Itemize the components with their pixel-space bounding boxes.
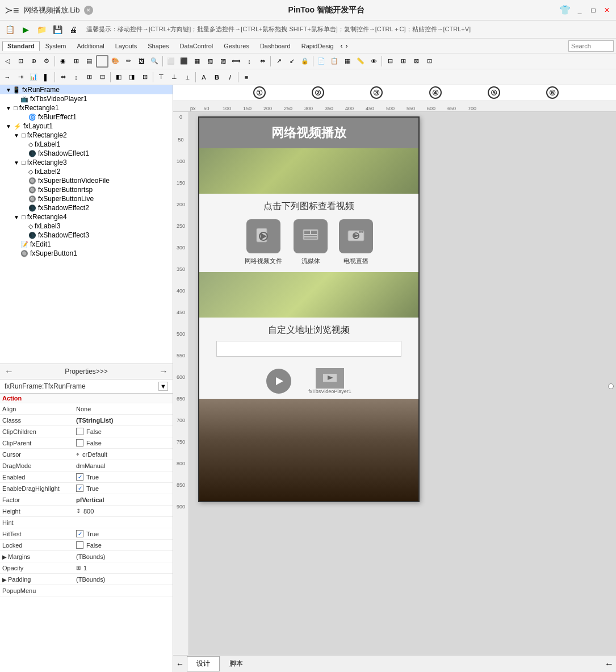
phone-url-input[interactable] [216,341,401,357]
icon2-anchor-btn[interactable]: ⊞ [83,71,95,84]
tree-item-fxRectangle2[interactable]: ▼ □ fxRectangle2 [0,131,173,140]
nav-back-btn[interactable]: ← [5,366,14,377]
prop-value-align[interactable]: None [76,406,170,412]
prop-value-classs[interactable]: (TStringList) [76,417,170,424]
icon-cursor-btn[interactable]: ⊕ [27,55,40,68]
tree-item-fxEdit1[interactable]: 📝 fxEdit1 [0,240,173,249]
prop-value-hittest[interactable]: True [76,530,170,537]
tab-gestures[interactable]: Gestures [219,41,254,51]
prop-value-opacity[interactable]: ⊞1 [76,565,170,571]
prop-value-padding[interactable]: (TBounds) [76,576,170,583]
expand-margins[interactable]: ▶ [2,554,7,560]
checkbox-clipchildren[interactable] [76,428,83,435]
tab-datacontrol[interactable]: DataControl [175,41,219,51]
icon-toggle-btn[interactable]: ◉ [57,55,69,68]
tree-item-fxRectangle4[interactable]: ▼ □ fxRectangle4 [0,212,173,222]
checkbox-enabledraghighlight[interactable] [76,485,83,492]
prop-value-enabled[interactable]: True [76,473,170,481]
tab-layouts[interactable]: Layouts [110,41,143,51]
tree-item-fxShadowEffect2[interactable]: 🌑 fxShadowEffect2 [0,203,173,212]
bottom-tab-design[interactable]: 设计 [187,656,220,671]
prop-value-height[interactable]: ⇕800 [76,508,170,515]
tree-item-fxSuperButtonrtsp[interactable]: 🔘 fxSuperButtonrtsp [0,185,173,194]
expand-icon-fxRectangle2[interactable]: ▼ [12,132,20,139]
icon2-vmid-btn[interactable]: ⊥ [168,71,181,84]
prop-value-cursor[interactable]: ⌖crDefault [76,451,170,458]
icon-show-btn[interactable]: 👁 [367,55,380,68]
icon-align-t-btn[interactable]: ▧ [204,55,216,68]
icon2-italic-btn[interactable]: I [224,71,236,84]
tree-item-fxRectangle3[interactable]: ▼ □ fxRectangle3 [0,158,173,167]
icon-tbl2-btn[interactable]: ⊞ [397,55,409,68]
tree-item-fxShadowEffect1[interactable]: 🌑 fxShadowEffect1 [0,149,173,158]
prop-value-enabledraghighlight[interactable]: True [76,485,170,492]
right-handle-dot[interactable] [608,383,614,389]
bottom-tab-script[interactable]: 脚本 [220,656,253,671]
icon-dist-h-btn[interactable]: ⇔ [256,55,269,68]
icon2-size1-btn[interactable]: ⇔ [57,71,69,84]
tab-additional[interactable]: Additional [72,41,109,51]
bottom-nav-back-btn[interactable]: ← [173,657,187,671]
icon-arrow-btn[interactable]: ◁ [1,55,14,68]
tree-item-fxLabel1[interactable]: ◇ fxLabel1 [0,140,173,149]
icon2-top-btn[interactable]: ⊤ [155,71,167,84]
tree-item-fxLayout1[interactable]: ▼ ⚡ fxLayout1 [0,122,173,131]
icon-copy-view-btn[interactable]: 📄 [315,55,328,68]
icon-vert-btn[interactable]: ↕ [243,55,255,68]
toolbar-run-btn[interactable]: ▶ [18,22,33,37]
checkbox-locked[interactable] [76,541,83,549]
component-dropdown[interactable]: ▼ [158,382,168,391]
expand-icon-fxRunFrame[interactable]: ▼ [5,87,12,93]
tab-dashboard[interactable]: Dashboard [255,41,296,51]
toolbar-clipboard-btn[interactable]: 📋 [2,22,17,37]
icon-image-btn[interactable]: 🖼 [135,55,148,68]
icon-settings-btn[interactable]: ⚙ [40,55,53,68]
icon2-bar-btn[interactable]: ▌ [40,71,53,84]
prop-value-clipchildren[interactable]: False [76,428,170,435]
icon2-right-btn[interactable]: ⊞ [139,71,151,84]
icon-color-btn[interactable]: 🎨 [109,55,121,68]
toolbar-print-btn[interactable]: 🖨 [66,22,81,37]
tree-item-fxShadowEffect3[interactable]: 🌑 fxShadowEffect3 [0,231,173,240]
minimize-btn[interactable]: _ [575,6,584,15]
tab-rapiddesig[interactable]: RapidDesig [296,41,339,51]
prop-value-margins[interactable]: (TBounds) [76,553,170,560]
tree-item-fxSuperButtonLive[interactable]: 🔘 fxSuperButtonLive [0,194,173,203]
icon-horiz-btn[interactable]: ⟺ [230,55,242,68]
nav-next-btn[interactable]: → [159,366,168,377]
icon-grid-btn[interactable]: ⊞ [70,55,82,68]
phone-icon-video[interactable] [246,219,280,253]
icon-ruler-btn[interactable]: 📏 [354,55,367,68]
prop-value-dragmode[interactable]: dmManual [76,462,170,469]
prop-value-locked[interactable]: False [76,541,170,549]
icon-rect-btn[interactable] [96,55,108,68]
tree-item-fxRunFrame[interactable]: ▼ 📱 fxRunFrame [0,85,173,94]
expand-icon-fxRectangle3[interactable]: ▼ [12,160,20,166]
expand-icon-fxLayout1[interactable]: ▼ [5,123,12,130]
tab-next-btn[interactable]: › [346,42,348,50]
prop-value-factor[interactable]: pfVertical [76,496,170,503]
icon-align-m-btn[interactable]: ▨ [217,55,229,68]
expand-padding[interactable]: ▶ [2,577,7,583]
tab-prev-btn[interactable]: ‹ [341,42,343,50]
tree-item-fxSuperButton1[interactable]: 🔘 fxSuperButton1 [0,249,173,258]
icon-stack-btn[interactable]: ▤ [83,55,95,68]
icon2-grid3-btn[interactable]: ⊟ [96,71,108,84]
icon-front-btn[interactable]: ↗ [273,55,285,68]
maximize-btn[interactable]: □ [589,6,598,15]
expand-icon-fxRectangle4[interactable]: ▼ [12,214,20,220]
icon-pen-btn[interactable]: ✏ [122,55,135,68]
icon2-center-btn[interactable]: ◨ [125,71,138,84]
icon2-misc-btn[interactable]: ≡ [240,71,253,84]
tree-item-fxSuperButtonVideoFile[interactable]: 🔘 fxSuperButtonVideoFile [0,176,173,185]
icon-align-c-btn[interactable]: ⬛ [178,55,190,68]
icon2-font-btn[interactable]: A [198,71,210,84]
tab-standard[interactable]: Standard [2,41,40,51]
bottom-nav-forward-btn[interactable]: ← [602,657,616,671]
phone-mockup[interactable]: 网络视频播放 点击下列图标查看视频 [198,116,420,502]
icon2-indent-btn[interactable]: ⇥ [14,71,27,84]
icon-align-r-btn[interactable]: ▦ [191,55,203,68]
close-window-btn[interactable]: ✕ [602,6,611,15]
icon2-align2-btn[interactable]: ◧ [112,71,125,84]
icon-grid2-btn[interactable]: ▦ [341,55,354,68]
